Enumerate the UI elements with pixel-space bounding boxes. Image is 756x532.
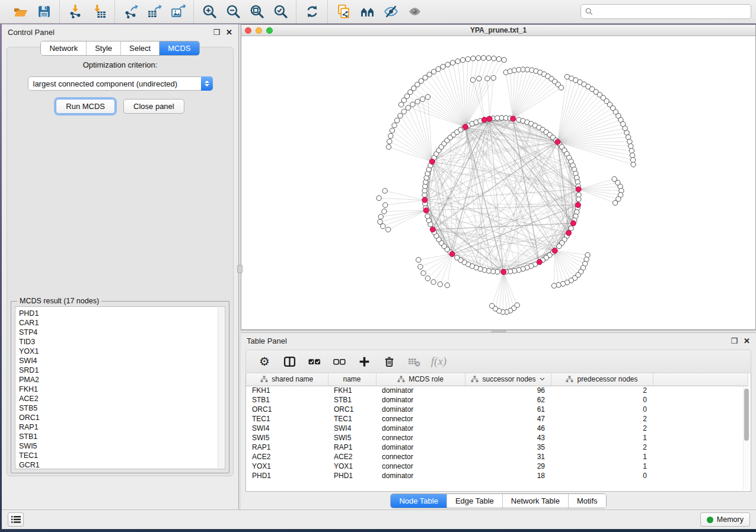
- network-node[interactable]: [418, 264, 423, 269]
- cell-MCDS-role[interactable]: dominator: [376, 395, 465, 405]
- tab-network-table[interactable]: Network Table: [502, 494, 568, 508]
- network-node[interactable]: [559, 85, 563, 90]
- network-node[interactable]: [420, 97, 425, 101]
- mcds-node[interactable]: [501, 269, 506, 274]
- cell-predecessor-nodes[interactable]: 1: [551, 452, 653, 462]
- cell-successor-nodes[interactable]: 62: [465, 395, 551, 405]
- unselect-all-columns-button[interactable]: [329, 352, 349, 371]
- network-node[interactable]: [470, 78, 475, 82]
- search-input[interactable]: [596, 8, 747, 16]
- table-row[interactable]: SWI5SWI5connector431: [246, 433, 748, 443]
- result-node[interactable]: STP4: [19, 328, 225, 337]
- network-node[interactable]: [465, 57, 470, 62]
- delete-columns-button[interactable]: [379, 352, 399, 371]
- result-node[interactable]: TEC1: [19, 451, 225, 460]
- mcds-node[interactable]: [423, 208, 429, 213]
- table-row[interactable]: FKH1FKH1dominator962: [246, 386, 748, 395]
- table-row[interactable]: PHD1PHD1dominator180: [246, 471, 748, 480]
- network-node[interactable]: [406, 105, 410, 110]
- network-node[interactable]: [381, 224, 385, 229]
- table-row[interactable]: TEC1TEC1connector472: [246, 414, 748, 424]
- network-node[interactable]: [441, 64, 445, 69]
- add-column-button[interactable]: [354, 352, 374, 371]
- cell-name[interactable]: ACE2: [328, 452, 376, 462]
- tab-edge-table[interactable]: Edge Table: [446, 494, 502, 508]
- result-node[interactable]: CAR1: [19, 318, 225, 328]
- tab-motifs[interactable]: Motifs: [568, 494, 606, 508]
- network-node[interactable]: [423, 75, 428, 80]
- result-list-scrollbar[interactable]: [218, 307, 224, 468]
- network-node[interactable]: [557, 243, 562, 248]
- cell-MCDS-role[interactable]: connector: [376, 433, 465, 443]
- cell-shared-name[interactable]: STB1: [246, 395, 328, 405]
- result-node[interactable]: GCR1: [19, 460, 225, 469]
- cell-predecessor-nodes[interactable]: 0: [551, 405, 653, 414]
- cell-shared-name[interactable]: PHD1: [246, 471, 328, 480]
- cell-successor-nodes[interactable]: 96: [465, 386, 551, 395]
- column-header-predecessor-nodes[interactable]: predecessor nodes: [551, 373, 653, 386]
- network-node[interactable]: [613, 200, 617, 205]
- close-panel-icon[interactable]: ✕: [226, 28, 232, 36]
- new-network-from-selection-button[interactable]: [331, 2, 355, 22]
- cell-name[interactable]: FKH1: [328, 386, 376, 395]
- network-node[interactable]: [390, 128, 394, 133]
- cell-name[interactable]: SWI4: [328, 424, 376, 433]
- settings-button[interactable]: ⚙: [254, 352, 275, 371]
- run-mcds-button[interactable]: Run MCDS: [56, 99, 115, 114]
- cell-successor-nodes[interactable]: 47: [465, 414, 551, 424]
- cell-shared-name[interactable]: SWI5: [246, 433, 328, 443]
- network-node[interactable]: [386, 145, 391, 149]
- cell-successor-nodes[interactable]: 46: [465, 424, 551, 433]
- close-table-panel-icon[interactable]: ✕: [744, 337, 750, 345]
- network-node[interactable]: [398, 113, 403, 118]
- network-node[interactable]: [502, 57, 506, 62]
- cell-shared-name[interactable]: TEC1: [246, 414, 328, 424]
- network-node[interactable]: [431, 69, 436, 74]
- cell-MCDS-role[interactable]: dominator: [376, 386, 465, 395]
- cell-successor-nodes[interactable]: 29: [465, 462, 551, 471]
- network-node[interactable]: [450, 60, 455, 65]
- zoom-fit-button[interactable]: [245, 2, 269, 22]
- float-panel-icon[interactable]: ❒: [213, 28, 220, 36]
- export-table-button[interactable]: [142, 2, 166, 22]
- mcds-node[interactable]: [575, 202, 580, 207]
- cell-shared-name[interactable]: RAP1: [246, 443, 328, 452]
- network-node[interactable]: [476, 56, 481, 60]
- result-node[interactable]: ACE2: [19, 394, 225, 403]
- cell-name[interactable]: ORC1: [328, 405, 376, 414]
- task-history-button[interactable]: [8, 512, 24, 527]
- cell-predecessor-nodes[interactable]: 1: [551, 462, 653, 471]
- cell-predecessor-nodes[interactable]: 2: [551, 443, 653, 452]
- memory-button[interactable]: Memory: [700, 512, 750, 527]
- network-node[interactable]: [629, 144, 633, 149]
- cell-predecessor-nodes[interactable]: 2: [551, 386, 653, 395]
- cell-successor-nodes[interactable]: 43: [465, 433, 551, 443]
- table-row[interactable]: ORC1ORC1dominator610: [246, 405, 748, 414]
- table-scrollbar[interactable]: [743, 386, 749, 490]
- cell-predecessor-nodes[interactable]: 2: [551, 424, 653, 433]
- network-node[interactable]: [421, 271, 426, 275]
- column-header-name[interactable]: name: [328, 373, 376, 386]
- network-node[interactable]: [629, 148, 634, 153]
- network-node[interactable]: [631, 162, 636, 167]
- network-node[interactable]: [495, 116, 500, 120]
- import-network-button[interactable]: [63, 2, 87, 22]
- network-node[interactable]: [477, 76, 481, 81]
- show-all-button[interactable]: [403, 2, 426, 22]
- column-header-successor-nodes[interactable]: successor nodes: [465, 373, 551, 386]
- result-node[interactable]: TID3: [19, 337, 225, 347]
- result-node[interactable]: ORC1: [19, 413, 225, 422]
- cell-successor-nodes[interactable]: 35: [465, 443, 551, 452]
- cell-shared-name[interactable]: YOX1: [246, 462, 328, 471]
- network-node[interactable]: [410, 102, 415, 107]
- table-row[interactable]: ACE2ACE2connector311: [246, 452, 748, 462]
- network-node[interactable]: [431, 280, 436, 284]
- column-header-MCDS-role[interactable]: MCDS role: [376, 373, 465, 386]
- cell-MCDS-role[interactable]: dominator: [376, 443, 465, 452]
- network-node[interactable]: [455, 59, 460, 63]
- network-node[interactable]: [436, 66, 441, 71]
- import-table-button[interactable]: [87, 2, 111, 22]
- mcds-node[interactable]: [537, 259, 542, 265]
- table-scrollbar-thumb[interactable]: [744, 389, 749, 441]
- network-node[interactable]: [445, 283, 449, 287]
